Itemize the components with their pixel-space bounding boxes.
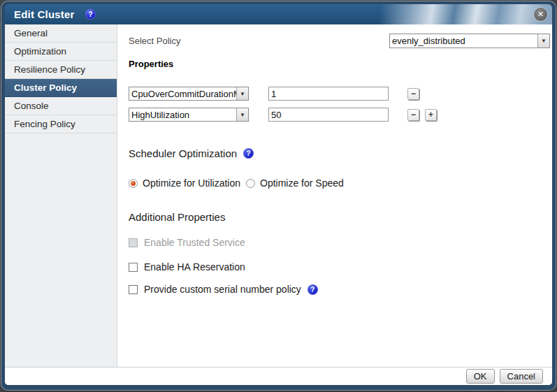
chevron-down-icon[interactable]: ▼	[236, 108, 248, 121]
radio-label: Optimize for Utilization	[143, 177, 240, 189]
checkbox-label: Enable Trusted Service	[144, 237, 245, 248]
scheduler-optimization-heading: Scheduler Optimization	[129, 147, 237, 159]
cancel-button[interactable]: Cancel	[500, 369, 543, 384]
radio-icon[interactable]	[246, 179, 255, 188]
sidebar-item-resilience-policy[interactable]: Resilience Policy	[5, 61, 117, 79]
cluster-policy-panel: Select Policy evenly_distributed ▼ Prope…	[117, 24, 552, 367]
scheduler-radio-group: Optimize for Utilization Optimize for Sp…	[129, 177, 550, 189]
radio-icon[interactable]	[129, 179, 138, 188]
radio-optimize-for-speed[interactable]: Optimize for Speed	[246, 177, 344, 189]
checkbox-label: Provide custom serial number policy	[144, 284, 301, 295]
dialog-title: Edit Cluster	[14, 8, 75, 20]
properties-heading: Properties	[129, 59, 550, 69]
add-property-button[interactable]: +	[425, 109, 437, 121]
policy-dropdown[interactable]: evenly_distributed ▼	[389, 34, 550, 48]
scheduler-optimization-section: Scheduler Optimization ?	[129, 147, 550, 159]
titlebar-decoration	[370, 4, 552, 24]
checkbox-enable-trusted-service: Enable Trusted Service	[129, 237, 550, 248]
select-policy-label: Select Policy	[129, 36, 180, 46]
checkbox-icon[interactable]	[129, 263, 138, 272]
dialog-main-row: General Optimization Resilience Policy C…	[5, 24, 552, 367]
select-policy-row: Select Policy evenly_distributed ▼	[129, 34, 550, 48]
sidebar: General Optimization Resilience Policy C…	[5, 24, 117, 367]
policy-dropdown-value: evenly_distributed	[390, 34, 537, 48]
title-help-icon[interactable]: ?	[85, 9, 96, 20]
dialog-body: General Optimization Resilience Policy C…	[5, 24, 552, 385]
checkbox-enable-ha-reservation[interactable]: Enable HA Reservation	[129, 261, 550, 273]
sidebar-item-optimization[interactable]: Optimization	[5, 43, 117, 61]
radio-optimize-for-utilization[interactable]: Optimize for Utilization	[129, 177, 246, 189]
sidebar-item-general[interactable]: General	[5, 24, 117, 43]
dialog-titlebar: Edit Cluster ? ✕	[5, 4, 552, 24]
checkbox-icon[interactable]	[129, 285, 138, 294]
checkbox-label: Enable HA Reservation	[144, 261, 245, 273]
chevron-down-icon[interactable]: ▼	[236, 87, 248, 100]
dialog-footer: OK Cancel	[5, 367, 552, 385]
ok-button[interactable]: OK	[466, 369, 495, 384]
property-key-value-1: CpuOverCommitDurationMinutes	[129, 87, 236, 100]
close-icon[interactable]: ✕	[534, 8, 547, 21]
property-row-2: HighUtilization ▼ − +	[129, 108, 550, 122]
sidebar-item-cluster-policy[interactable]: Cluster Policy	[5, 79, 117, 97]
edit-cluster-dialog: Edit Cluster ? ✕ General Optimization Re…	[1, 1, 556, 390]
property-key-dropdown-2[interactable]: HighUtilization ▼	[129, 108, 249, 122]
property-row-1: CpuOverCommitDurationMinutes ▼ −	[129, 87, 550, 101]
sidebar-item-fencing-policy[interactable]: Fencing Policy	[5, 115, 117, 133]
chevron-down-icon[interactable]: ▼	[537, 34, 549, 48]
property-key-dropdown-1[interactable]: CpuOverCommitDurationMinutes ▼	[129, 87, 249, 101]
serial-policy-help-icon[interactable]: ?	[308, 284, 318, 295]
property-value-input-2[interactable]	[268, 108, 389, 122]
checkbox-icon	[129, 238, 138, 247]
radio-label: Optimize for Speed	[260, 177, 344, 189]
checkbox-custom-serial-number-policy[interactable]: Provide custom serial number policy ?	[129, 284, 550, 295]
sidebar-item-console[interactable]: Console	[5, 97, 117, 115]
property-value-input-1[interactable]	[268, 87, 389, 101]
screen-background: Edit Cluster ? ✕ General Optimization Re…	[0, 0, 557, 392]
remove-property-button-1[interactable]: −	[407, 88, 419, 100]
scheduler-help-icon[interactable]: ?	[243, 148, 254, 159]
remove-property-button-2[interactable]: −	[407, 109, 419, 121]
additional-properties-heading: Additional Properties	[129, 211, 550, 223]
property-key-value-2: HighUtilization	[129, 108, 236, 121]
